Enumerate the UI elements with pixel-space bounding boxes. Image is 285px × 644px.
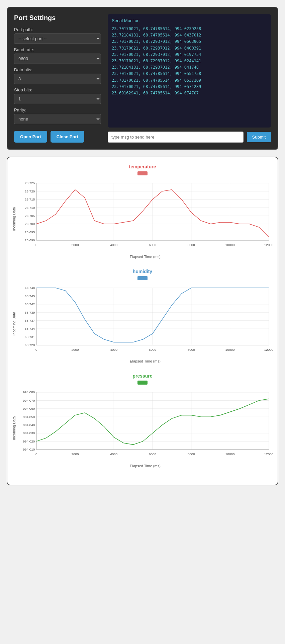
- humidity-svg: 68.72868.73168.73468.73768.73968.74268.7…: [16, 284, 274, 358]
- svg-text:994.020: 994.020: [23, 439, 35, 443]
- svg-text:2000: 2000: [71, 243, 79, 247]
- svg-text:23.720: 23.720: [25, 189, 35, 193]
- port-buttons: Open Port Close Port: [14, 131, 101, 143]
- port-path-label: Port path:: [14, 27, 101, 32]
- charts-panel: temperature Incoming Data 23.69023.69523…: [7, 157, 278, 485]
- serial-output: 23.70170021, 68.74785614, 994.023925823.…: [112, 26, 267, 96]
- svg-text:994.080: 994.080: [23, 390, 35, 394]
- svg-text:0: 0: [35, 243, 37, 247]
- svg-text:10000: 10000: [225, 452, 235, 456]
- close-port-button[interactable]: Close Port: [51, 131, 84, 143]
- humidity-legend: [11, 275, 274, 281]
- temperature-chart-wrapper: Incoming Data 23.69023.69523.70023.70523…: [11, 179, 274, 259]
- baud-rate-select[interactable]: 9600: [14, 54, 101, 64]
- baud-rate-group: Baud rate: 9600: [14, 47, 101, 64]
- svg-text:6000: 6000: [149, 452, 157, 456]
- pressure-y-label: Incoming Data: [11, 389, 16, 468]
- pressure-x-label: Elapsed Time (ms): [16, 464, 274, 468]
- svg-text:6000: 6000: [149, 347, 157, 351]
- svg-text:6000: 6000: [149, 243, 157, 247]
- svg-text:12000: 12000: [264, 243, 274, 247]
- svg-text:8000: 8000: [188, 452, 195, 456]
- svg-text:23.690: 23.690: [25, 238, 35, 242]
- data-bits-group: Data bits: 8: [14, 67, 101, 84]
- svg-text:4000: 4000: [110, 347, 118, 351]
- svg-text:0: 0: [35, 347, 37, 351]
- right-panel: Serial Monitor: 23.70170021, 68.74785614…: [108, 14, 271, 143]
- port-settings-title: Port Settings: [14, 14, 101, 22]
- baud-rate-label: Baud rate:: [14, 47, 101, 52]
- svg-text:68.737: 68.737: [25, 319, 35, 322]
- humidity-legend-box: [137, 276, 148, 280]
- svg-text:2000: 2000: [71, 347, 79, 351]
- port-settings-panel: Port Settings Port path: -- select port …: [14, 14, 101, 143]
- svg-text:68.731: 68.731: [25, 335, 35, 338]
- temperature-legend: [11, 171, 274, 177]
- message-row: Submit: [108, 132, 271, 143]
- pressure-chart: pressure Incoming Data 994.010994.020994…: [11, 373, 274, 468]
- pressure-svg: 994.010994.020994.030994.040994.050994.0…: [16, 389, 274, 463]
- temperature-chart-area: 23.69023.69523.70023.70523.71023.71523.7…: [16, 179, 274, 259]
- pressure-legend-box: [137, 381, 148, 385]
- pressure-title: pressure: [11, 373, 274, 379]
- pressure-chart-wrapper: Incoming Data 994.010994.020994.030994.0…: [11, 389, 274, 468]
- temperature-chart: temperature Incoming Data 23.69023.69523…: [11, 164, 274, 259]
- temperature-svg: 23.69023.69523.70023.70523.71023.71523.7…: [16, 179, 274, 253]
- pressure-legend: [11, 380, 274, 386]
- svg-text:23.710: 23.710: [25, 206, 35, 210]
- submit-button[interactable]: Submit: [247, 132, 271, 142]
- svg-text:68.728: 68.728: [25, 343, 35, 347]
- data-bits-select[interactable]: 8: [14, 74, 101, 84]
- temperature-title: temperature: [11, 164, 274, 169]
- open-port-button[interactable]: Open Port: [14, 131, 47, 143]
- top-panel: Port Settings Port path: -- select port …: [7, 7, 278, 150]
- stop-bits-label: Stop bits:: [14, 87, 101, 92]
- humidity-chart-area: 68.72868.73168.73468.73768.73968.74268.7…: [16, 284, 274, 364]
- stop-bits-group: Stop bits: 1: [14, 87, 101, 104]
- svg-text:994.050: 994.050: [23, 415, 35, 419]
- svg-text:23.715: 23.715: [25, 197, 35, 201]
- stop-bits-select[interactable]: 1: [14, 94, 101, 104]
- svg-text:994.060: 994.060: [23, 407, 35, 410]
- svg-text:994.010: 994.010: [23, 448, 35, 451]
- temperature-x-label: Elapsed Time (ms): [16, 255, 274, 259]
- svg-text:2000: 2000: [71, 452, 79, 456]
- svg-text:68.734: 68.734: [25, 327, 35, 330]
- svg-text:994.070: 994.070: [23, 399, 35, 402]
- humidity-chart-wrapper: Incoming Data 68.72868.73168.73468.73768…: [11, 284, 274, 364]
- svg-text:23.725: 23.725: [25, 181, 35, 185]
- svg-text:8000: 8000: [188, 347, 195, 351]
- svg-text:10000: 10000: [225, 347, 235, 351]
- svg-text:12000: 12000: [264, 452, 274, 456]
- humidity-title: humidity: [11, 269, 274, 274]
- svg-text:68.739: 68.739: [25, 310, 35, 314]
- svg-text:23.695: 23.695: [25, 230, 35, 234]
- parity-select[interactable]: none: [14, 114, 101, 124]
- svg-text:994.030: 994.030: [23, 431, 35, 435]
- humidity-x-label: Elapsed Time (ms): [16, 359, 274, 363]
- temperature-y-label: Incoming Data: [11, 179, 16, 259]
- svg-text:4000: 4000: [110, 243, 118, 247]
- port-path-group: Port path: -- select port --: [14, 27, 101, 44]
- svg-text:68.742: 68.742: [25, 302, 35, 306]
- svg-text:10000: 10000: [225, 243, 235, 247]
- svg-text:4000: 4000: [110, 452, 118, 456]
- serial-monitor: Serial Monitor: 23.70170021, 68.74785614…: [108, 14, 271, 128]
- parity-group: Parity: none: [14, 107, 101, 124]
- svg-text:8000: 8000: [188, 243, 195, 247]
- parity-label: Parity:: [14, 107, 101, 112]
- port-path-select[interactable]: -- select port --: [14, 33, 101, 44]
- svg-text:23.700: 23.700: [25, 222, 35, 226]
- svg-text:23.705: 23.705: [25, 214, 35, 218]
- svg-text:68.745: 68.745: [25, 294, 35, 298]
- message-input[interactable]: [108, 132, 244, 143]
- data-bits-label: Data bits:: [14, 67, 101, 72]
- serial-monitor-title: Serial Monitor:: [112, 18, 267, 23]
- temperature-legend-box: [137, 171, 148, 175]
- svg-text:0: 0: [35, 452, 37, 456]
- svg-text:12000: 12000: [264, 347, 274, 351]
- humidity-chart: humidity Incoming Data 68.72868.73168.73…: [11, 269, 274, 364]
- svg-text:994.040: 994.040: [23, 423, 35, 427]
- humidity-y-label: Incoming Data: [11, 284, 16, 364]
- pressure-chart-area: 994.010994.020994.030994.040994.050994.0…: [16, 389, 274, 468]
